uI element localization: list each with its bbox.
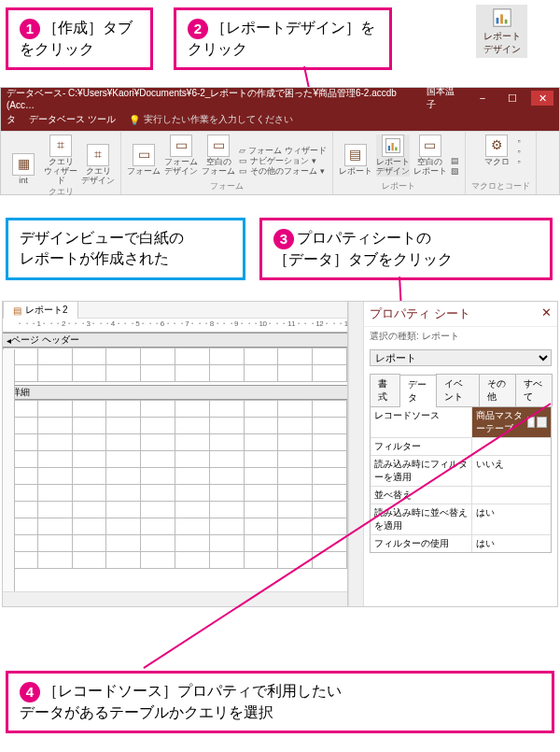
design-surface[interactable]: ・・・1・・・2・・・3・・・4・・・5・・・6・・・7・・・8・・・9・・・1… <box>3 319 347 591</box>
macro-side-3[interactable]: ▫ <box>517 158 520 167</box>
tab-all[interactable]: すべて <box>515 374 553 406</box>
tab-other[interactable]: その他 <box>479 374 516 406</box>
property-sheet-title: プロパティ シート <box>370 305 470 322</box>
report-design-button[interactable]: レポート デザイン <box>376 135 410 177</box>
ribbon-item-label: int <box>19 177 28 186</box>
form-button[interactable]: ▭ フォーム <box>127 144 161 177</box>
form-design-icon: ▭ <box>170 135 192 157</box>
property-value[interactable]: はい <box>472 504 551 534</box>
tab-format[interactable]: 書式 <box>370 374 400 406</box>
side-icon: ▫ <box>517 148 520 157</box>
user-name: 国本温子 <box>427 85 464 111</box>
callout-text: レポートが作成された <box>20 248 231 269</box>
property-sheet-subtitle: 選択の種類: レポート <box>364 327 557 346</box>
svg-rect-5 <box>387 146 389 150</box>
ribbon-item-label: レポート デザイン <box>376 158 410 177</box>
ribbon-item-label: フォーム デザイン <box>164 158 198 177</box>
ribbon-item-label: フォーム <box>127 167 161 177</box>
property-key: 並べ替え <box>371 487 472 504</box>
scrollbar-horizontal[interactable] <box>3 591 347 606</box>
tab-data[interactable]: データ <box>399 375 437 407</box>
property-key: フィルターの使用 <box>371 535 472 552</box>
side-icon: ▫ <box>517 137 520 147</box>
side-icon: ▧ <box>451 167 459 177</box>
property-value[interactable]: はい <box>472 535 551 552</box>
callout-3: 3プロパティシートの ［データ］タブをクリック <box>259 218 553 280</box>
report-tab-label: レポート2 <box>25 304 68 317</box>
report-side-icon-2[interactable]: ▧ <box>451 167 459 177</box>
parts-button[interactable]: ▦ int <box>7 153 40 186</box>
query-design-button[interactable]: ⌗ クエリ デザイン <box>81 144 115 186</box>
property-selector[interactable]: レポート <box>370 349 552 366</box>
report-design-large-icon: レポート デザイン <box>476 5 527 58</box>
tab-event[interactable]: イベント <box>436 374 480 406</box>
parts-icon: ▦ <box>12 153 35 176</box>
query-wizard-icon: ⌗ <box>49 135 72 157</box>
ribbon-group-query: ▦ int ⌗ クエリ ウィザード ⌗ クエリ デザイン クエリ <box>1 132 121 194</box>
form-design-button[interactable]: ▭ フォーム デザイン <box>164 135 198 177</box>
callout-text: デザインビューで白紙の <box>20 228 231 248</box>
svg-rect-2 <box>500 14 503 23</box>
blank-report-button[interactable]: ▭ 空白の レポート <box>413 135 447 177</box>
close-icon[interactable]: ✕ <box>541 305 552 322</box>
builder-icon[interactable]: … <box>537 417 547 428</box>
query-design-icon: ⌗ <box>87 144 109 166</box>
ribbon-item-label: クエリ デザイン <box>81 167 115 186</box>
report-chart-icon <box>492 7 512 28</box>
property-key: 読み込み時にフィルターを適用 <box>371 456 472 486</box>
ribbon-group-report: ▤ レポート レポート デザイン ▭ 空白の レポート ▤ ▧ <box>333 132 466 194</box>
close-button[interactable]: ✕ <box>531 91 553 106</box>
form-icon: ▭ <box>133 144 155 166</box>
scrollbar-vertical[interactable] <box>348 302 363 606</box>
ribbon-item-label: フォーム ウィザード <box>248 147 327 156</box>
grid-page-header[interactable] <box>3 348 347 385</box>
ribbon-group-form: ▭ フォーム ▭ フォーム デザイン ▭ 空白の フォーム ▱フォーム ウィザー… <box>121 132 333 194</box>
callout-1: 1［作成］タブをクリック <box>6 7 153 70</box>
svg-rect-1 <box>496 18 498 23</box>
report-icon: ▤ <box>344 144 367 166</box>
ribbon-group-label: マクロとコード <box>471 180 530 192</box>
grid-detail[interactable] <box>3 400 347 587</box>
property-sheet: プロパティ シート ✕ 選択の種類: レポート レポート 書式 データ イベント… <box>363 302 557 606</box>
callout-text: データがあるテーブルかクエリを選択 <box>20 704 273 720</box>
property-key: レコードソース <box>371 407 472 437</box>
macro-side-1[interactable]: ▫ <box>517 137 520 147</box>
property-row[interactable]: 読み込み時に並べ替えを適用 はい <box>371 504 551 535</box>
ribbon: ▦ int ⌗ クエリ ウィザード ⌗ クエリ デザイン クエリ ▭ フォーム <box>1 131 559 194</box>
property-row[interactable]: フィルターの使用 はい <box>371 535 551 552</box>
ribbon-group-macro: ⚙ マクロ ▫ ▫ ▫ マクロとコード <box>466 132 537 194</box>
side-icon: ▤ <box>451 157 459 166</box>
tell-me-search[interactable]: 💡 実行したい作業を入力してください <box>129 113 293 126</box>
section-header-page[interactable]: ◂ ページ ヘッダー <box>3 333 347 348</box>
property-value[interactable]: いいえ <box>472 456 551 486</box>
report-button[interactable]: ▤ レポート <box>339 144 372 177</box>
macro-side-2[interactable]: ▫ <box>517 148 520 157</box>
ruler-vertical <box>3 349 15 591</box>
ribbon-tab[interactable]: データベース ツール <box>29 113 116 126</box>
callout-number-1: 1 <box>20 19 40 39</box>
maximize-button[interactable]: ☐ <box>501 91 524 106</box>
property-row[interactable]: フィルター <box>371 438 551 456</box>
query-wizard-button[interactable]: ⌗ クエリ ウィザード <box>44 135 77 186</box>
report-side-icon-1[interactable]: ▤ <box>451 157 459 166</box>
blank-form-button[interactable]: ▭ 空白の フォーム <box>202 135 235 177</box>
ribbon-item-label: 空白の フォーム <box>202 158 235 177</box>
property-key: フィルター <box>371 438 472 455</box>
other-forms-button[interactable]: ▭その他のフォーム ▾ <box>239 167 325 177</box>
navigation-button[interactable]: ▭ナビゲーション ▾ <box>239 157 316 166</box>
callout-text: ［レコードソース］プロパティで利用したい <box>43 683 342 699</box>
callout-text: ［レポートデザイン］をクリック <box>188 20 375 57</box>
report-tab[interactable]: ▤ レポート2 <box>3 301 78 319</box>
blank-report-icon: ▭ <box>419 135 441 157</box>
forms-icon: ▭ <box>239 167 247 177</box>
ribbon-item-label: マクロ <box>484 158 510 167</box>
macro-button[interactable]: ⚙ マクロ <box>480 135 513 167</box>
property-row[interactable]: レコードソース 商品マスターテーブ ▾ … <box>371 407 551 438</box>
form-wizard-button[interactable]: ▱フォーム ウィザード <box>239 147 327 156</box>
property-value[interactable] <box>472 487 551 504</box>
ribbon-tab[interactable]: タ <box>7 113 16 126</box>
minimize-button[interactable]: − <box>471 91 494 106</box>
callout-4: 4［レコードソース］プロパティで利用したい データがあるテーブルかクエリを選択 <box>6 671 554 733</box>
callout-text: プロパティシートの <box>297 230 431 246</box>
section-header-detail[interactable]: ◂ 詳細 <box>3 385 347 400</box>
